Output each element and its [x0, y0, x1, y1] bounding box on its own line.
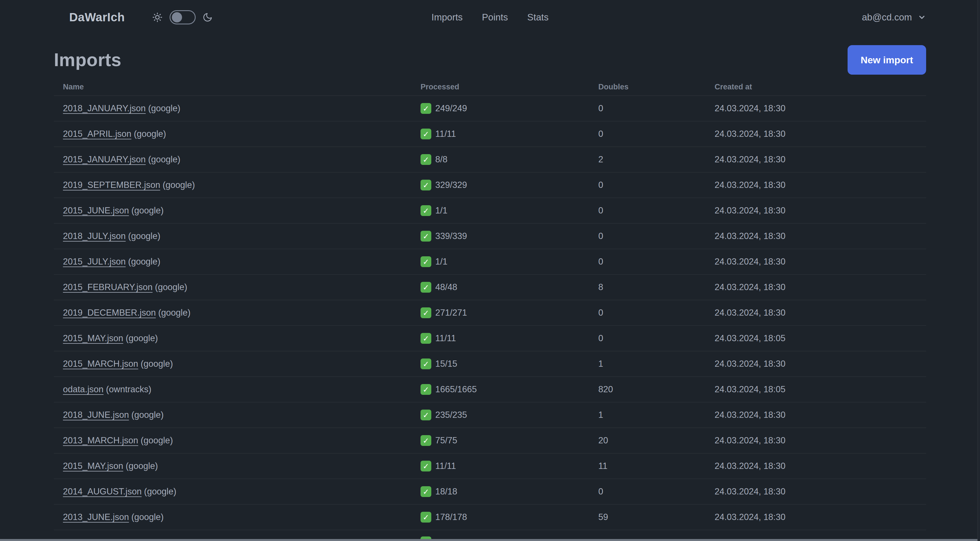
check-emoji: ✓	[420, 512, 431, 523]
horizontal-scrollbar[interactable]	[0, 539, 980, 541]
column-header-created-at: Created at	[714, 83, 752, 91]
doubles-count: 0	[598, 103, 603, 113]
processed-count: 11/11	[435, 461, 456, 471]
check-emoji: ✓	[420, 461, 431, 471]
doubles-count: 1	[598, 359, 603, 369]
import-source: (google)	[144, 487, 177, 496]
created-at: 24.03.2024, 18:30	[714, 103, 786, 113]
check-emoji: ✓	[420, 282, 431, 293]
user-menu[interactable]: ab@cd.com	[862, 12, 926, 23]
import-source: (google)	[163, 180, 195, 190]
check-emoji: ✓	[420, 333, 431, 344]
check-emoji: ✓	[420, 103, 431, 114]
top-navbar: DaWarIch Imports Points Stats ab@cd.com	[0, 0, 980, 35]
table-row: 2015_JUNE.json (google) ✓ 1/1 0 24.03.20…	[54, 198, 926, 223]
import-file-link[interactable]: 2015_APRIL.json	[63, 129, 131, 139]
import-file-link[interactable]: 2013_JUNE.json	[63, 512, 129, 522]
doubles-count: 11	[598, 461, 608, 471]
processed-count: 11/11	[435, 333, 456, 343]
check-emoji: ✓	[420, 256, 431, 267]
table-row: 2015_FEBRUARY.json (google) ✓ 48/48 8 24…	[54, 275, 926, 300]
sun-icon	[152, 12, 163, 23]
import-file-link[interactable]: 2013_MARCH.json	[63, 436, 138, 445]
nav-link-stats[interactable]: Stats	[527, 12, 549, 23]
import-file-link[interactable]: 2019_SEPTEMBER.json	[63, 180, 160, 190]
doubles-count: 8	[598, 282, 603, 292]
page-header: Imports New import	[54, 45, 926, 75]
table-row: 2015_APRIL.json (google) ✓ 11/11 0 24.03…	[54, 121, 926, 147]
table-row: odata.json (owntracks) ✓ 1665/1665 820 2…	[54, 377, 926, 402]
import-source: (google)	[126, 461, 158, 471]
doubles-count: 20	[598, 436, 608, 445]
import-source: (google)	[148, 155, 180, 164]
table-row: 2015_MAY.json (google) ✓ 11/11 11 24.03.…	[54, 453, 926, 479]
import-file-link[interactable]: 2019_DECEMBER.json	[63, 308, 156, 318]
import-file-link[interactable]: 2015_FEBRUARY.json	[63, 282, 153, 292]
processed-count: 1/1	[435, 206, 447, 216]
table-row: 2015_MAY.json (google) ✓ 11/11 0 24.03.2…	[54, 326, 926, 351]
column-header-processed: Processed	[420, 83, 460, 91]
created-at: 24.03.2024, 18:30	[714, 257, 786, 267]
table-row: 2018_JULY.json (google) ✓ 339/339 0 24.0…	[54, 223, 926, 249]
processed-count: 18/18	[435, 487, 457, 497]
created-at: 24.03.2024, 18:30	[714, 461, 786, 471]
theme-toggle-switch[interactable]	[170, 10, 196, 24]
doubles-count: 0	[598, 231, 603, 241]
brand-logo[interactable]: DaWarIch	[69, 11, 125, 24]
table-row: 2015_JANUARY.json (google) ✓ 8/8 2 24.03…	[54, 147, 926, 172]
import-file-link[interactable]: 2015_JULY.json	[63, 257, 126, 267]
check-emoji: ✓	[420, 486, 431, 497]
processed-count: 329/329	[435, 180, 467, 190]
doubles-count: 0	[598, 308, 603, 318]
created-at: 24.03.2024, 18:05	[714, 384, 786, 394]
imports-table-body: 2018_JANUARY.json (google) ✓ 249/249 0 2…	[54, 96, 926, 530]
nav-link-imports[interactable]: Imports	[431, 12, 463, 23]
doubles-count: 2	[598, 155, 603, 164]
import-file-link[interactable]: 2015_JANUARY.json	[63, 155, 146, 164]
table-row: 2019_SEPTEMBER.json (google) ✓ 329/329 0…	[54, 172, 926, 198]
table-row: 2018_JUNE.json (google) ✓ 235/235 1 24.0…	[54, 402, 926, 428]
import-source: (google)	[128, 231, 161, 241]
doubles-count: 0	[598, 257, 603, 267]
table-row: 2018_JANUARY.json (google) ✓ 249/249 0 2…	[54, 96, 926, 121]
check-emoji: ✓	[420, 359, 431, 369]
page-title: Imports	[54, 49, 121, 70]
import-source: (google)	[141, 359, 173, 369]
import-file-link[interactable]: 2015_MARCH.json	[63, 359, 138, 369]
import-source: (google)	[155, 282, 188, 292]
import-file-link[interactable]: 2018_JANUARY.json	[63, 103, 146, 113]
table-row: 2019_DECEMBER.json (google) ✓ 271/271 0 …	[54, 300, 926, 326]
processed-count: 75/75	[435, 436, 457, 445]
doubles-count: 820	[598, 384, 613, 394]
vertical-scrollbar[interactable]	[977, 0, 980, 541]
import-file-link[interactable]: 2014_AUGUST.json	[63, 487, 142, 496]
doubles-count: 1	[598, 410, 603, 420]
check-emoji: ✓	[420, 384, 431, 395]
import-file-link[interactable]: 2018_JULY.json	[63, 231, 126, 241]
table-row: 2013_JUNE.json (google) ✓ 178/178 59 24.…	[54, 505, 926, 530]
created-at: 24.03.2024, 18:30	[714, 359, 786, 369]
import-source: (google)	[131, 512, 164, 522]
doubles-count: 0	[598, 180, 603, 190]
import-source: (google)	[126, 333, 158, 343]
import-file-link[interactable]: 2018_JUNE.json	[63, 410, 129, 420]
import-source: (google)	[131, 410, 164, 420]
created-at: 24.03.2024, 18:30	[714, 180, 786, 190]
import-file-link[interactable]: odata.json	[63, 384, 103, 394]
import-file-link[interactable]: 2015_JUNE.json	[63, 206, 129, 215]
processed-count: 1665/1665	[435, 384, 477, 394]
new-import-button[interactable]: New import	[848, 45, 926, 75]
doubles-count: 0	[598, 333, 603, 343]
table-row: 2013_MARCH.json (google) ✓ 75/75 20 24.0…	[54, 428, 926, 453]
created-at: 24.03.2024, 18:30	[714, 206, 786, 216]
import-file-link[interactable]: 2015_MAY.json	[63, 461, 123, 471]
processed-count: 339/339	[435, 231, 467, 241]
created-at: 24.03.2024, 18:30	[714, 155, 786, 164]
import-source: (google)	[158, 308, 191, 318]
created-at: 24.03.2024, 18:05	[714, 333, 786, 343]
import-file-link[interactable]: 2015_MAY.json	[63, 333, 123, 343]
theme-toggle-knob	[172, 12, 182, 22]
import-source: (google)	[141, 436, 173, 445]
processed-count: 235/235	[435, 410, 467, 420]
nav-link-points[interactable]: Points	[482, 12, 508, 23]
